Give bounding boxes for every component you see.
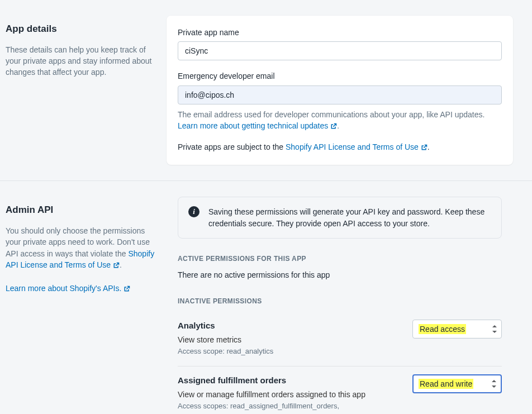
active-permissions-none: There are no active permissions for this… (178, 269, 502, 280)
permission-scope: Access scope: read_analytics (178, 346, 273, 357)
app-details-section: App details These details can help you k… (0, 0, 532, 180)
emergency-email-input[interactable] (178, 85, 502, 104)
banner-text: Saving these permissions will generate y… (208, 206, 491, 229)
private-app-name-label: Private app name (178, 27, 502, 38)
admin-api-main: Saving these permissions will generate y… (167, 197, 513, 414)
external-link-icon (330, 123, 337, 130)
info-banner: Saving these permissions will generate y… (178, 197, 502, 239)
admin-api-section: Admin API You should only choose the per… (0, 180, 532, 414)
permission-row-analytics: Analytics View store metrics Access scop… (178, 312, 502, 367)
external-link-icon (421, 144, 428, 151)
app-details-heading: App details (6, 22, 158, 36)
admin-api-heading: Admin API (6, 203, 158, 217)
notice-link[interactable]: Shopify API License and Terms of Use (286, 142, 428, 151)
learn-apis-link[interactable]: Learn more about Shopify's APIs. (6, 284, 130, 293)
permission-select-wrap: Read access (412, 320, 502, 339)
emergency-email-field: Emergency developer email The email addr… (178, 70, 502, 153)
sort-arrows-icon (492, 380, 496, 388)
permission-desc: View store metrics (178, 334, 273, 345)
learn-apis-wrap: Learn more about Shopify's APIs. (6, 283, 158, 294)
app-details-main: Private app name Emergency developer ema… (167, 16, 513, 165)
notice-pre: Private apps are subject to the (178, 142, 286, 151)
private-app-name-input[interactable] (178, 41, 502, 60)
permission-select-wrap: Read and write (412, 374, 502, 393)
email-hint-pre: The email address used for developer com… (178, 110, 484, 119)
inactive-permissions-heading: INACTIVE PERMISSIONS (178, 297, 502, 306)
external-link-icon (113, 262, 120, 269)
active-permissions-heading: ACTIVE PERMISSIONS FOR THIS APP (178, 254, 502, 264)
admin-api-description: You should only choose the permissions y… (6, 225, 158, 270)
private-app-name-field: Private app name (178, 27, 502, 60)
info-icon (188, 206, 200, 217)
email-hint-link[interactable]: Learn more about getting technical updat… (178, 121, 337, 130)
permission-row-assigned-fulfillment: Assigned fulfillment orders View or mana… (178, 367, 502, 414)
permission-info: Assigned fulfillment orders View or mana… (178, 374, 365, 414)
permission-scope: Access scopes: read_assigned_fulfillment… (178, 401, 362, 414)
permission-select-value: Read and write (419, 379, 473, 389)
external-link-icon (124, 285, 130, 292)
app-details-side: App details These details can help you k… (4, 16, 167, 84)
emergency-email-label: Emergency developer email (178, 70, 502, 82)
app-details-card: Private app name Emergency developer ema… (167, 16, 513, 165)
permission-info: Analytics View store metrics Access scop… (178, 320, 273, 357)
private-apps-notice: Private apps are subject to the Shopify … (178, 141, 502, 153)
admin-api-side: Admin API You should only choose the per… (4, 197, 167, 299)
permission-desc: View or manage fulfillment orders assign… (178, 389, 365, 400)
notice-post: . (428, 142, 430, 151)
permission-title: Analytics (178, 320, 273, 332)
permission-title: Assigned fulfillment orders (178, 374, 365, 387)
permission-select-value: Read access (419, 324, 466, 334)
permission-select-assigned-fulfillment[interactable]: Read and write (412, 374, 502, 393)
sort-arrows-icon (492, 325, 497, 333)
emergency-email-hint: The email address used for developer com… (178, 109, 502, 132)
app-details-description: These details can help you keep track of… (6, 44, 158, 78)
permission-select-analytics[interactable]: Read access (412, 320, 502, 339)
